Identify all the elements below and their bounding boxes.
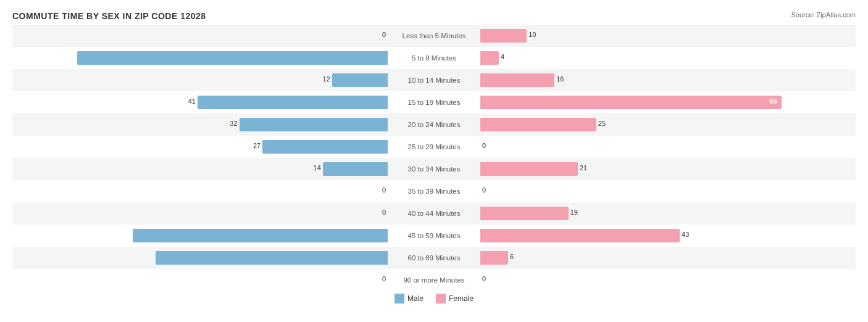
val-female: 43	[682, 231, 689, 238]
legend-male-label: Male	[407, 294, 424, 303]
val-male: 12	[323, 75, 330, 83]
val-female: 0	[482, 186, 486, 194]
chart-row: Less than 5 Minutes010	[12, 25, 856, 47]
val-female: 0	[482, 275, 486, 283]
bar-female	[480, 251, 508, 265]
chart-row: 25 to 29 Minutes270	[12, 136, 856, 158]
val-female: 25	[598, 120, 606, 127]
chart-area: Less than 5 Minutes0105 to 9 Minutes6741…	[12, 25, 856, 280]
val-male: 14	[314, 164, 321, 171]
row-label: Less than 5 Minutes	[403, 32, 466, 39]
row-label: 40 to 44 Minutes	[407, 210, 460, 217]
val-female: 10	[528, 31, 536, 38]
val-female: 65	[769, 97, 777, 105]
row-label: 35 to 39 Minutes	[407, 188, 460, 195]
val-female: 19	[570, 208, 578, 216]
legend-male: Male	[394, 294, 424, 303]
bar-male	[156, 251, 388, 265]
bar-female	[480, 96, 782, 109]
row-label: 90 or more Minutes	[403, 276, 464, 284]
chart-row: 35 to 39 Minutes00	[12, 180, 856, 202]
chart-row: 10 to 14 Minutes1216	[12, 69, 856, 91]
bar-male	[77, 51, 388, 65]
legend: Male Female	[12, 294, 856, 303]
bar-male	[262, 140, 388, 154]
chart-row: 15 to 19 Minutes4165	[12, 91, 856, 114]
val-male: 27	[253, 142, 261, 149]
bar-female	[480, 73, 554, 87]
chart-row: 90 or more Minutes00	[12, 269, 856, 291]
bar-female	[480, 207, 569, 220]
chart-row: 40 to 44 Minutes019	[12, 202, 856, 225]
chart-row: 60 to 89 Minutes506	[12, 247, 856, 269]
val-male: 41	[188, 97, 196, 105]
bar-male	[198, 96, 388, 109]
val-male: 32	[230, 120, 237, 127]
row-label: 25 to 29 Minutes	[407, 143, 460, 151]
val-male: 0	[382, 208, 386, 216]
source-label: Source: ZipAtlas.com	[791, 11, 856, 19]
row-label: 60 to 89 Minutes	[407, 254, 460, 262]
bar-male	[240, 118, 388, 131]
val-male: 0	[382, 31, 386, 38]
bar-female	[480, 162, 578, 176]
val-male: 0	[382, 275, 386, 283]
legend-male-box	[394, 294, 404, 303]
val-female: 21	[580, 164, 587, 171]
chart-row: 5 to 9 Minutes674	[12, 47, 856, 69]
row-label: 30 to 34 Minutes	[407, 165, 460, 173]
legend-female: Female	[436, 294, 474, 303]
chart-row: 20 to 24 Minutes3225	[12, 114, 856, 136]
val-female: 16	[556, 75, 564, 83]
chart-row: 45 to 59 Minutes5543	[12, 225, 856, 247]
row-label: 20 to 24 Minutes	[407, 121, 460, 128]
row-label: 5 to 9 Minutes	[412, 54, 456, 62]
legend-female-label: Female	[449, 294, 474, 303]
row-label: 10 to 14 Minutes	[407, 76, 460, 84]
chart-container: COMMUTE TIME BY SEX IN ZIP CODE 12028 So…	[0, 0, 868, 322]
legend-female-box	[436, 294, 446, 303]
row-label: 45 to 59 Minutes	[407, 232, 460, 239]
bar-female	[480, 29, 527, 43]
row-label: 15 to 19 Minutes	[407, 99, 460, 106]
val-male: 0	[382, 186, 386, 194]
bar-female	[480, 51, 499, 65]
bar-female	[480, 118, 596, 131]
val-female: 0	[482, 142, 486, 149]
bar-male	[332, 73, 388, 87]
chart-title: COMMUTE TIME BY SEX IN ZIP CODE 12028	[12, 11, 856, 21]
bar-male	[133, 229, 388, 242]
bar-female	[480, 229, 680, 242]
chart-row: 30 to 34 Minutes1421	[12, 158, 856, 180]
val-female: 4	[501, 53, 504, 60]
bar-male	[323, 162, 388, 176]
val-female: 6	[510, 253, 514, 260]
